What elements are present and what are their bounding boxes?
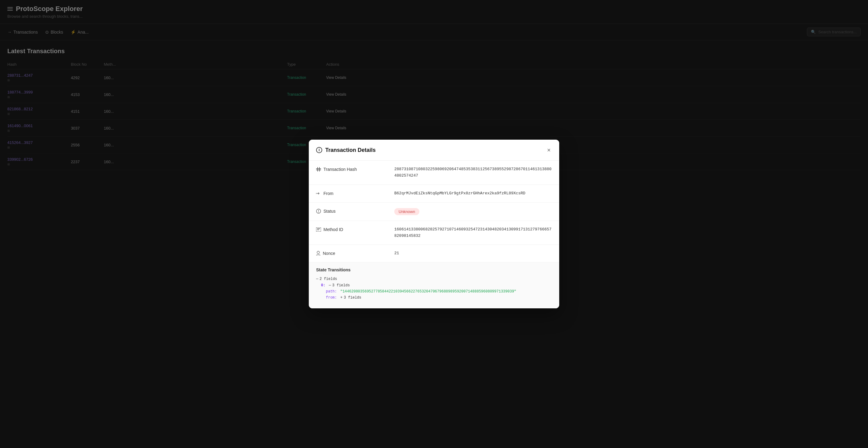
nonce-label: Nonce xyxy=(316,250,390,256)
from-label: From xyxy=(316,190,390,196)
svg-rect-3 xyxy=(319,167,320,172)
status-badge: Unknown xyxy=(394,208,419,215)
modal-header: i Transaction Details × xyxy=(309,140,559,161)
state-transitions-title: State Transitions xyxy=(316,267,552,272)
svg-point-10 xyxy=(317,251,319,253)
svg-rect-1 xyxy=(316,170,321,170)
from-line: from: + 3 fields xyxy=(316,295,552,301)
status-label: Status xyxy=(316,208,390,214)
method-id-value: 1606141338006828257927107146093254723143… xyxy=(394,227,552,239)
from-value: B62qrMJvdEiZksNtqGpMbYLGr9gtPx8zrGHhArex… xyxy=(394,190,552,197)
status-value: Unknown xyxy=(394,208,552,215)
svg-rect-0 xyxy=(316,169,321,169)
method-id-row: Method ID 160614133800682825792710714609… xyxy=(309,221,559,245)
svg-point-6 xyxy=(318,212,319,213)
transaction-hash-row: Transaction Hash 28873108710803225980692… xyxy=(309,161,559,185)
svg-rect-2 xyxy=(317,167,318,172)
collapse-indicator[interactable]: — 2 fields xyxy=(316,276,552,282)
hash-icon xyxy=(316,167,321,172)
close-button[interactable]: × xyxy=(546,146,552,154)
svg-rect-4 xyxy=(316,193,316,194)
status-icon xyxy=(316,209,321,214)
from-icon xyxy=(316,191,321,196)
transaction-hash-label: Transaction Hash xyxy=(316,166,390,172)
state-transitions-section: State Transitions — 2 fields 0: — 3 fiel… xyxy=(309,263,559,308)
info-icon: i xyxy=(316,147,322,153)
method-id-label: Method ID xyxy=(316,227,390,232)
path-line: path: "144620803569527785844221039456622… xyxy=(316,289,552,295)
method-id-icon xyxy=(316,227,321,232)
modal-overlay[interactable]: i Transaction Details × xyxy=(0,0,868,448)
svg-rect-9 xyxy=(317,230,319,230)
transaction-details-modal: i Transaction Details × xyxy=(309,140,559,308)
nonce-icon xyxy=(316,251,320,256)
status-row: Status Unknown xyxy=(309,203,559,221)
modal-title: i Transaction Details xyxy=(316,147,376,153)
state-transitions-code: — 2 fields 0: — 3 fields path: "14462080… xyxy=(316,276,552,301)
modal-body: Transaction Hash 28873108710803225980692… xyxy=(309,161,559,308)
nonce-row: Nonce 21 xyxy=(309,245,559,263)
index-0-line: 0: — 3 fields xyxy=(316,282,552,289)
svg-rect-8 xyxy=(317,228,320,229)
from-row: From B62qrMJvdEiZksNtqGpMbYLGr9gtPx8zrGH… xyxy=(309,185,559,203)
nonce-value: 21 xyxy=(394,250,552,257)
transaction-hash-value: 2887310871080322598069206474853538311256… xyxy=(394,166,552,179)
